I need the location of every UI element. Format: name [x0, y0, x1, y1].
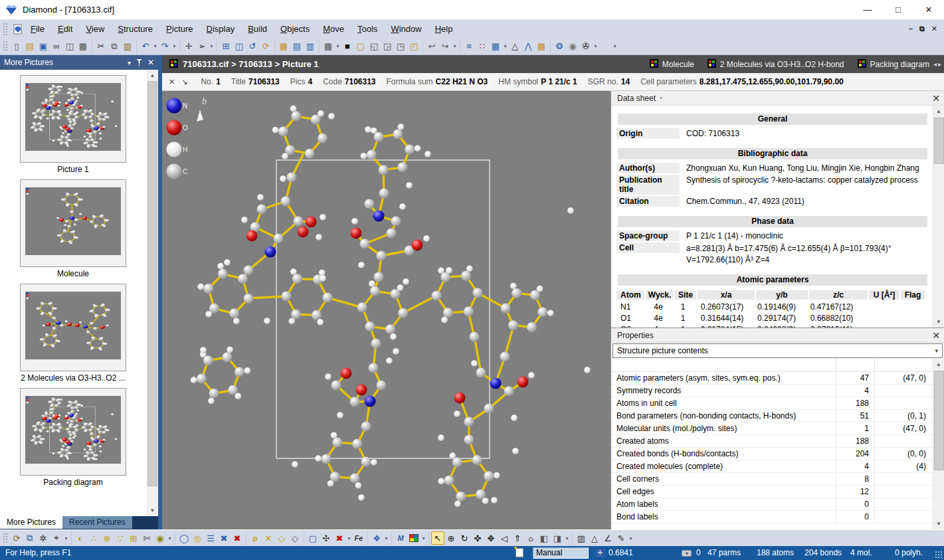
- property-row[interactable]: Atoms in unit cell188: [611, 397, 933, 410]
- copy-structure-icon[interactable]: ⧉: [23, 531, 37, 545]
- refresh-window-icon[interactable]: ⟳: [259, 40, 272, 53]
- property-row[interactable]: Atom labels0: [611, 498, 933, 511]
- menu-help[interactable]: Help: [428, 21, 460, 37]
- powder-pattern-icon[interactable]: ⋀: [521, 40, 535, 53]
- stereo-right-dropdown-icon[interactable]: ▾: [564, 535, 570, 541]
- viewing-direction-icon[interactable]: ⌖: [50, 531, 63, 545]
- contact-ring-icon[interactable]: ◇: [288, 531, 302, 545]
- remove-polyhedra-icon[interactable]: ✖: [217, 531, 231, 545]
- measure-torsion-icon[interactable]: ∠: [601, 531, 614, 545]
- paste-icon[interactable]: ▥: [121, 40, 134, 53]
- cut-scissors-icon[interactable]: ✂: [94, 40, 108, 53]
- build-wizard-icon[interactable]: ✲: [37, 531, 50, 545]
- property-row[interactable]: Created bonds (H-bonds/contacts)204(0, 0…: [611, 448, 933, 460]
- zoom-mode-icon[interactable]: ✥: [484, 531, 498, 545]
- doc-tab-packing-diagram[interactable]: Packing diagram: [858, 59, 929, 70]
- break-bonds-icon[interactable]: ✄: [140, 531, 153, 545]
- property-row[interactable]: Bond parameters (non-bonding contacts, H…: [611, 410, 933, 422]
- pin-icon[interactable]: [136, 59, 142, 66]
- scroll-down-icon[interactable]: ▼: [933, 316, 944, 327]
- menu-build[interactable]: Build: [241, 21, 274, 37]
- thumbnail-molecule[interactable]: Molecule: [20, 179, 147, 278]
- toolbar-grip[interactable]: [3, 23, 8, 35]
- photo-camera-icon[interactable]: ◉: [566, 40, 579, 53]
- fe-atom-label-icon[interactable]: Fe: [352, 531, 365, 545]
- property-row[interactable]: Molecular units (mol./polym. sites)1(47,…: [611, 422, 933, 435]
- menu-structure[interactable]: Structure: [111, 21, 159, 37]
- property-row[interactable]: Bond labels0: [611, 511, 933, 523]
- menu-display[interactable]: Display: [200, 21, 242, 37]
- doc-tab-2-molecules-via-o3-h3-o2-h-bond[interactable]: 2 Molecules via O3-H3..O2 H-bond: [708, 59, 844, 70]
- unit-cell-box-icon[interactable]: ▢: [306, 531, 320, 545]
- menu-view[interactable]: View: [79, 21, 111, 37]
- measure-distances-icon[interactable]: ▥: [575, 531, 588, 545]
- pattern-fill-dropdown-icon[interactable]: ▾: [383, 535, 389, 541]
- viewing-direction-dropdown-icon[interactable]: ▾: [63, 535, 69, 541]
- structure-3d-viewport[interactable]: NOHCb: [162, 91, 611, 529]
- close-icon[interactable]: ✕: [147, 58, 154, 67]
- more-tools-icon[interactable]: [599, 40, 612, 53]
- property-row[interactable]: Atomic parameters (asym. sites, sym.eq. …: [611, 372, 933, 385]
- mdi-minimize-icon[interactable]: –: [909, 25, 913, 33]
- filter-atoms-icon[interactable]: ◐: [74, 531, 87, 545]
- property-row[interactable]: Created atoms188: [611, 435, 933, 448]
- menu-tools[interactable]: Tools: [351, 21, 384, 37]
- select-pointer-icon[interactable]: ➢: [195, 40, 209, 53]
- datasheet-view-icon[interactable]: ≡: [462, 40, 476, 53]
- properties-grid-icon[interactable]: ▩: [535, 40, 548, 53]
- history-back-icon[interactable]: ↩: [425, 40, 438, 53]
- table-row[interactable]: O24e10.01784(15)0.24608(9)0.37313(11): [616, 324, 929, 327]
- add-all-atoms-icon[interactable]: ∴: [87, 531, 100, 545]
- minimize-icon[interactable]: —: [852, 0, 883, 19]
- grid-layout-icon[interactable]: ▦: [322, 40, 335, 53]
- property-row[interactable]: Cell edges12: [611, 486, 933, 498]
- measure-angle-icon[interactable]: △: [588, 531, 601, 545]
- property-row[interactable]: Created molecules (complete)4(4): [611, 460, 933, 473]
- property-row[interactable]: Symmetry records4: [611, 385, 933, 397]
- translate-mode-icon[interactable]: ✜: [471, 531, 484, 545]
- close-icon[interactable]: ✕: [169, 78, 175, 86]
- redo-icon[interactable]: ↷: [158, 40, 171, 53]
- web-globe-icon[interactable]: ❂: [553, 40, 566, 53]
- rotate-mode-icon[interactable]: ↻: [458, 531, 471, 545]
- open-folder-icon[interactable]: ▤: [23, 40, 37, 53]
- copy-icon[interactable]: ⧉: [108, 40, 121, 53]
- table-view-icon[interactable]: ▦: [489, 40, 502, 53]
- table-delete-icon[interactable]: ▥: [304, 40, 317, 53]
- close-icon[interactable]: ✕: [913, 0, 944, 19]
- video-camera-icon[interactable]: ✇: [579, 40, 593, 53]
- diffraction-view-icon[interactable]: △: [508, 40, 521, 53]
- stereo-left-icon[interactable]: ◧: [537, 531, 551, 545]
- scrollbar-thumb[interactable]: [147, 81, 157, 486]
- coordination-sphere-icon[interactable]: ◉: [153, 531, 167, 545]
- table-view-dropdown-icon[interactable]: ▾: [502, 43, 508, 49]
- coordination-sphere-dropdown-icon[interactable]: ▾: [167, 535, 173, 541]
- navigation-window-icon[interactable]: ⊞: [219, 40, 233, 53]
- maximize-icon[interactable]: □: [883, 0, 913, 19]
- picture-settings-icon[interactable]: [407, 531, 421, 545]
- print-icon[interactable]: ▦: [76, 40, 90, 53]
- polyhedra-stack-icon[interactable]: ☰: [204, 531, 217, 545]
- orientation-axes-icon[interactable]: ✣: [320, 531, 333, 545]
- mdi-restore-icon[interactable]: ⧉: [919, 25, 925, 33]
- structure-canvas[interactable]: NOHCb: [162, 91, 611, 529]
- resize-grip[interactable]: [935, 551, 943, 559]
- table-row[interactable]: O14e10.31644(14)0.29174(7)0.66882(10): [616, 312, 929, 324]
- save-icon[interactable]: ▣: [37, 40, 50, 53]
- scrollbar-thumb[interactable]: [934, 371, 944, 470]
- fit-zoom-icon[interactable]: ✛: [596, 549, 605, 557]
- complete-fragments-icon[interactable]: ∵: [114, 531, 127, 545]
- fill-unit-cell-icon[interactable]: ⊞: [127, 531, 140, 545]
- property-row[interactable]: Cell corners8: [611, 473, 933, 486]
- move-atom-mode-icon[interactable]: ⊕: [444, 531, 458, 545]
- scroll-up-icon[interactable]: ▲: [933, 106, 944, 117]
- doc-tab-molecule[interactable]: Molecule: [650, 59, 694, 70]
- close-icon[interactable]: ✕: [932, 330, 940, 341]
- menu-move[interactable]: Move: [316, 21, 351, 37]
- scroll-up-icon[interactable]: ▲: [933, 359, 944, 370]
- scroll-down-icon[interactable]: ▼: [933, 518, 944, 529]
- table-edit-icon[interactable]: ▤: [290, 40, 304, 53]
- menu-picture[interactable]: Picture: [159, 21, 199, 37]
- undo-icon[interactable]: ↶: [139, 40, 152, 53]
- elevate-mode-icon[interactable]: ⇑: [511, 531, 524, 545]
